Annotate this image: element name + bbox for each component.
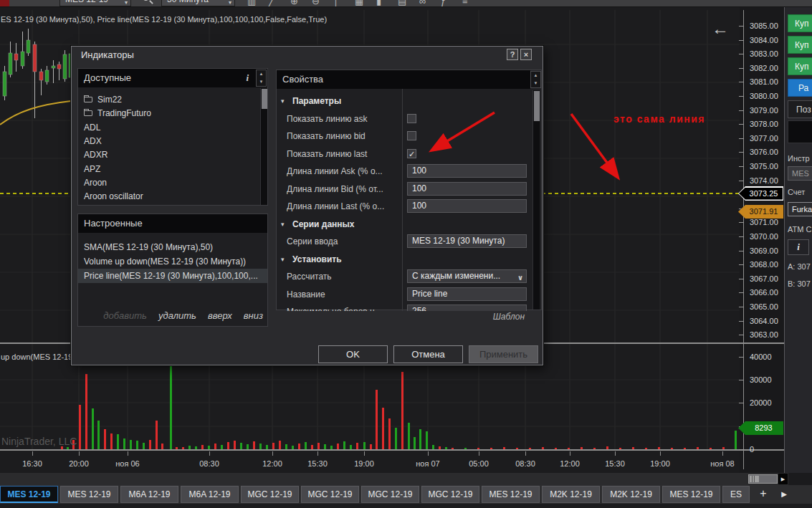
property-group-header[interactable]: ▾Серии данных xyxy=(277,216,532,232)
dropdown-field[interactable]: С каждым изменени...∨ xyxy=(407,269,527,283)
configured-item[interactable]: Price line(MES 12-19 (30 Минута),100,100… xyxy=(78,269,267,283)
zoom-out-icon[interactable]: ⊖ xyxy=(312,0,320,6)
add-tab-button[interactable]: + xyxy=(754,486,773,503)
close-icon[interactable]: × xyxy=(520,49,532,60)
price-axis-label: 3070.00 xyxy=(750,232,778,241)
property-group-header[interactable]: ▾Параметры xyxy=(277,93,532,109)
cursor-icon[interactable]: │ xyxy=(333,0,339,6)
scrollbar-handle[interactable] xyxy=(750,476,759,482)
text-field[interactable]: MES 12-19 (30 Минута) xyxy=(407,234,527,248)
buy-button[interactable]: Куп xyxy=(788,57,812,75)
tab-M2K-12-19[interactable]: M2K 12-19 xyxy=(602,486,660,503)
template-link[interactable]: Шаблон xyxy=(493,312,525,322)
tab-MES-12-19[interactable]: MES 12-19 xyxy=(0,486,58,503)
chart-trader-icon[interactable]: ▦ xyxy=(355,0,363,6)
properties-grid[interactable]: ▾ПараметрыПоказать линию askПоказать лин… xyxy=(277,89,532,311)
вниз-link[interactable]: вниз xyxy=(244,310,263,325)
help-button[interactable]: ? xyxy=(507,49,518,60)
folder-icon xyxy=(84,110,92,116)
available-item[interactable]: Sim22 xyxy=(78,93,269,107)
instrument-selector[interactable]: MES 12-19 ▾ xyxy=(59,0,131,6)
properties-box: Свойства ▲▼ ▾ПараметрыПоказать линию ask… xyxy=(276,70,542,310)
chart-style-icon[interactable]: ▥ xyxy=(247,0,256,6)
price-tick xyxy=(739,68,744,69)
search-icon[interactable] xyxy=(143,0,149,1)
configured-item[interactable]: Volume up down(MES 12-19 (30 Минута)) xyxy=(78,254,267,269)
account-field[interactable]: Furka xyxy=(788,202,812,216)
tab-MGC-12-19[interactable]: MGC 12-19 xyxy=(361,486,419,503)
text-field[interactable]: Price line xyxy=(407,287,527,301)
properties-scrollbar[interactable] xyxy=(532,90,540,310)
checkbox[interactable] xyxy=(407,114,416,123)
info-icon[interactable]: i xyxy=(246,69,249,87)
tab-scroll-right-icon[interactable]: ▶ xyxy=(775,486,793,503)
ok-button[interactable]: OK xyxy=(318,345,388,363)
horizontal-scrollbar[interactable] xyxy=(748,474,778,484)
available-item[interactable]: Aroon xyxy=(78,176,269,190)
reverse-button[interactable]: Ра xyxy=(788,79,812,97)
tab-MGC-12-19[interactable]: MGC 12-19 xyxy=(301,486,359,503)
last-volume-marker: 8293 xyxy=(738,421,783,435)
chevron-down-icon: ∨ xyxy=(517,272,523,283)
reload-icon[interactable]: ▤ xyxy=(398,0,406,6)
available-item[interactable]: ADL xyxy=(78,121,269,135)
available-item[interactable]: ADXR xyxy=(78,148,269,162)
удалить-link[interactable]: удалить xyxy=(158,310,196,325)
tab-MGC-12-19[interactable]: MGC 12-19 xyxy=(421,486,479,503)
instrument-field[interactable]: MES xyxy=(788,166,812,181)
spinner-icon[interactable]: ▲▼ xyxy=(530,71,541,88)
вверх-link[interactable]: вверх xyxy=(208,310,232,325)
price-tick xyxy=(739,279,744,279)
data-series-icon[interactable]: ▮ xyxy=(376,0,381,6)
price-tick xyxy=(739,222,744,223)
available-item[interactable]: Aroon oscillator xyxy=(78,190,269,203)
checkbox[interactable]: ✓ xyxy=(407,149,416,158)
properties-icon[interactable]: ≡ xyxy=(462,0,468,6)
time-tick xyxy=(32,451,33,456)
dialog-titlebar[interactable]: Индикаторы ? × xyxy=(72,47,543,64)
collapse-icon[interactable]: ▾ xyxy=(281,251,285,267)
app-menu-icon[interactable] xyxy=(0,0,9,7)
position-display xyxy=(788,120,812,143)
tab-M6A-12-19[interactable]: M6A 12-19 xyxy=(181,486,239,503)
property-group-header[interactable]: ▾Установить xyxy=(277,251,532,267)
property-row: Длина линии Last (% о...100 xyxy=(277,198,532,214)
buy-button[interactable]: Куп xyxy=(788,14,812,32)
отмена-button[interactable]: Отмена xyxy=(393,345,463,363)
checkbox[interactable] xyxy=(407,131,416,140)
scroll-to-latest-icon[interactable]: ← xyxy=(712,19,729,39)
collapse-icon[interactable]: ▾ xyxy=(281,216,285,232)
tab-ES[interactable]: ES xyxy=(722,486,750,503)
available-item[interactable]: APZ xyxy=(78,163,269,176)
volume-axis-label: 20000 xyxy=(750,398,772,407)
price-axis-label: 3067.00 xyxy=(750,274,778,283)
text-field[interactable]: 100 xyxy=(407,182,527,196)
link-icon[interactable]: ∞ xyxy=(419,0,426,6)
available-scrollbar[interactable] xyxy=(260,88,267,205)
zoom-in-icon[interactable]: ⊕ xyxy=(290,0,298,6)
available-item[interactable]: TradingFuturo xyxy=(78,107,269,120)
price-axis-label: 3084.00 xyxy=(750,36,778,44)
tab-M6A-12-19[interactable]: M6A 12-19 xyxy=(120,486,178,503)
spinner-icon[interactable]: ▲▼ xyxy=(256,70,267,87)
tab-MGC-12-19[interactable]: MGC 12-19 xyxy=(241,486,299,503)
drawing-tools-icon[interactable]: ╱ xyxy=(269,0,274,6)
available-item[interactable]: ADX xyxy=(78,135,269,148)
dropdown-field[interactable]: 256∨ xyxy=(407,305,527,311)
time-axis-label: 12:00 xyxy=(560,459,580,468)
tab-M2K-12-19[interactable]: M2K 12-19 xyxy=(542,486,600,503)
text-field[interactable]: 100 xyxy=(407,164,527,178)
interval-selector[interactable]: 30 Минута ▾ xyxy=(161,0,235,6)
info-icon[interactable]: i xyxy=(788,239,809,255)
tab-MES-12-19[interactable]: MES 12-19 xyxy=(60,486,118,503)
tab-MES-12-19[interactable]: MES 12-19 xyxy=(662,486,720,503)
configured-item[interactable]: SMA(MES 12-19 (30 Минута),50) xyxy=(78,240,267,254)
text-field[interactable]: 100 xyxy=(407,199,527,213)
buy-button[interactable]: Куп xyxy=(788,36,812,54)
configured-indicators-list[interactable]: SMA(MES 12-19 (30 Минута),50)Volume up d… xyxy=(78,233,267,307)
collapse-icon[interactable]: ▾ xyxy=(281,93,285,109)
available-indicators-list[interactable]: Sim22TradingFuturoADLADXADXRAPZAroonAroo… xyxy=(78,87,269,205)
indicators-fx-icon[interactable]: ƒ xyxy=(441,0,446,6)
scroll-right-icon[interactable]: ▶ xyxy=(778,474,788,484)
tab-MES-12-19[interactable]: MES 12-19 xyxy=(482,486,540,503)
